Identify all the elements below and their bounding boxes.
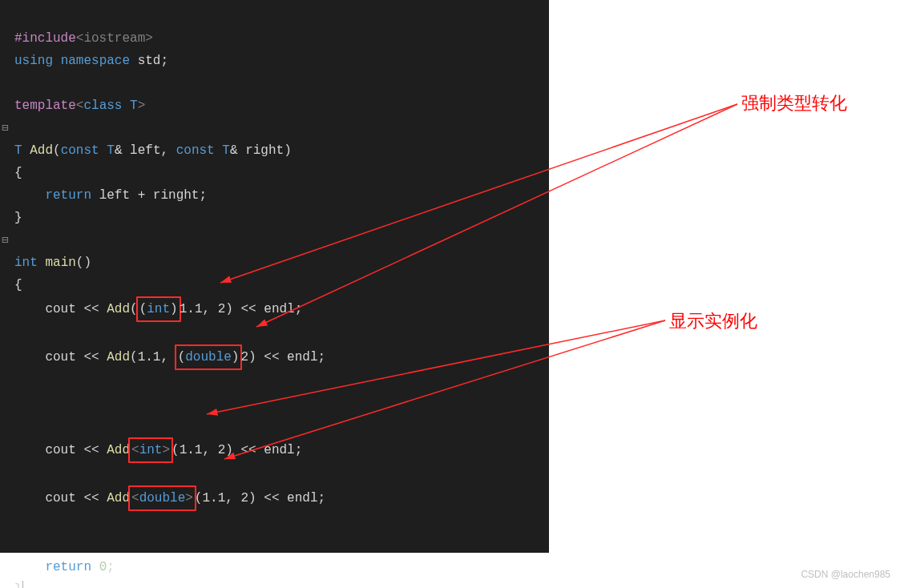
annotation-cast-label: 强制类型转化: [741, 88, 847, 119]
cast-double-box: (double): [175, 344, 243, 370]
fold-icon[interactable]: ⊟: [2, 117, 8, 139]
fold-icon[interactable]: ⊟: [2, 229, 8, 252]
explicit-double-box: <double>: [128, 485, 196, 511]
explicit-int-box: <int>: [128, 437, 173, 463]
watermark: CSDN @laochen985: [801, 566, 890, 583]
preproc-include: #include: [14, 31, 76, 46]
cast-int-box: (int): [136, 296, 181, 322]
code-block: #include<iostream> using namespace std; …: [6, 5, 549, 588]
annotation-explicit-label: 显示实例化: [669, 306, 757, 337]
code-editor: #include<iostream> using namespace std; …: [0, 0, 549, 553]
text-cursor: [22, 581, 23, 588]
